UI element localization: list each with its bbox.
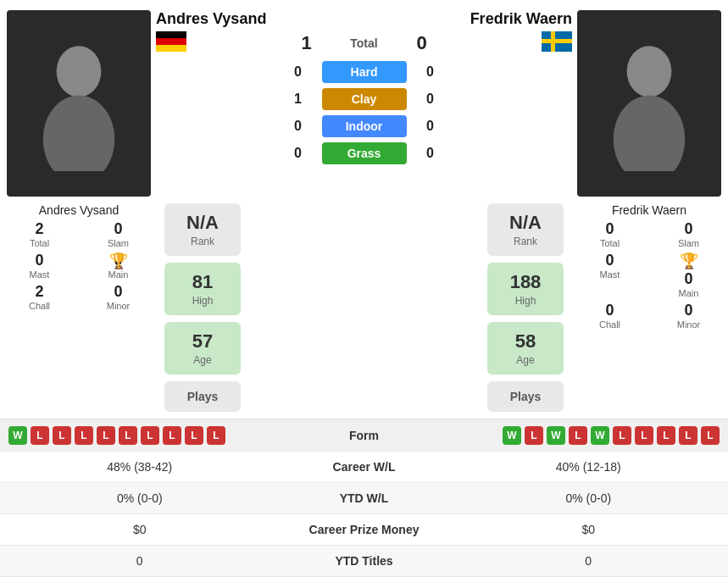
form-badge-l: L (657, 426, 675, 445)
form-badge-w: W (8, 426, 27, 445)
form-badge-l: L (613, 426, 631, 445)
left-mast-val: 0 (35, 252, 43, 269)
right-slam-val: 0 (684, 220, 692, 238)
form-badge-l: L (53, 426, 71, 445)
left-career-wl: 48% (38-42) (0, 460, 280, 474)
right-high-val: 188 (501, 271, 550, 293)
left-rank-box: N/A Rank (164, 203, 241, 256)
indoor-left-score: 0 (281, 119, 315, 134)
svg-rect-2 (156, 31, 186, 38)
right-career-wl: 40% (12-18) (449, 460, 729, 474)
hard-btn: Hard (322, 61, 407, 83)
indoor-row: 0 Indoor 0 (156, 115, 572, 137)
right-rank-box: N/A Rank (487, 203, 564, 256)
right-chall-cell: 0 Chall (577, 302, 642, 330)
left-chall-cell: 2 Chall (7, 283, 72, 311)
career-wl-label: Career W/L (280, 460, 449, 474)
right-minor-cell: 0 Minor (656, 302, 721, 330)
left-trophy-cell: 🏆 0 Main (86, 252, 151, 280)
left-slam-label: Slam (108, 238, 129, 248)
form-badge-l: L (31, 426, 49, 445)
prize-row: $0 Career Prize Money $0 (0, 514, 728, 546)
right-chall-label: Chall (599, 319, 620, 330)
clay-right-score: 0 (414, 92, 447, 107)
left-form: WLLLLLLLLL (8, 426, 309, 445)
left-age-box: 57 Age (164, 322, 241, 374)
clay-left-score: 1 (281, 92, 315, 107)
right-plays-box: Plays (487, 381, 564, 412)
right-age-val: 58 (501, 330, 550, 352)
left-high-label: High (178, 295, 227, 307)
right-high-label: High (501, 295, 550, 307)
svg-point-1 (43, 96, 115, 171)
right-total-val: 0 (605, 220, 614, 238)
right-main-val: 0 (684, 270, 692, 288)
right-player-name-small: Fredrik Waern (612, 203, 686, 217)
left-high-box: 81 High (164, 263, 241, 315)
form-badge-l: L (207, 426, 225, 445)
right-slam-cell: 0 Slam (656, 220, 721, 248)
right-total-label: Total (600, 238, 620, 248)
right-rank-val: N/A (501, 212, 550, 234)
left-plays-box: Plays (164, 381, 241, 412)
right-ytd-titles: 0 (449, 554, 729, 568)
left-minor-cell: 0 Minor (86, 283, 151, 311)
svg-rect-3 (156, 38, 186, 45)
left-total-label: Total (30, 238, 49, 248)
right-total-score: 0 (405, 32, 439, 54)
form-badge-l: L (525, 426, 543, 445)
left-age-val: 57 (178, 330, 227, 352)
grass-left-score: 0 (281, 146, 315, 161)
form-badge-w: W (547, 426, 565, 445)
svg-rect-7 (542, 39, 572, 43)
form-label: Form (309, 429, 420, 442)
grass-btn: Grass (322, 142, 407, 164)
right-main-label: Main (679, 288, 699, 298)
form-badge-l: L (141, 426, 159, 445)
right-mast-label: Mast (600, 269, 620, 280)
svg-point-0 (57, 46, 102, 97)
right-age-box: 58 Age (487, 322, 564, 374)
right-slam-label: Slam (678, 238, 699, 248)
form-badge-l: L (185, 426, 203, 445)
left-prize: $0 (0, 523, 280, 536)
left-rank-label: Rank (178, 236, 227, 247)
right-trophy-cell: 🏆 0 Main (656, 252, 721, 298)
left-trophy-icon: 🏆 (109, 252, 128, 270)
form-badge-l: L (635, 426, 653, 445)
hard-right-score: 0 (414, 64, 447, 80)
left-slam-val: 0 (114, 220, 122, 238)
left-ytd-titles: 0 (0, 554, 280, 568)
left-age-label: Age (178, 354, 227, 366)
left-mast-label: Mast (30, 269, 50, 280)
indoor-right-score: 0 (414, 119, 447, 134)
grass-right-score: 0 (414, 146, 447, 161)
main-container: Andres Vysand Fredrik Waern 1 Total (0, 0, 728, 577)
form-badge-w: W (591, 426, 609, 445)
left-total-val: 2 (35, 220, 43, 238)
left-ytd-wl: 0% (0-0) (0, 491, 280, 505)
right-player-name: Fredrik Waern (470, 10, 572, 28)
right-minor-val: 0 (684, 302, 692, 319)
clay-row: 1 Clay 0 (156, 88, 572, 110)
right-chall-val: 0 (605, 302, 614, 319)
right-prize: $0 (449, 523, 729, 536)
ytd-titles-label: YTD Titles (280, 554, 449, 568)
right-rank-label: Rank (501, 236, 550, 247)
left-player-name-small: Andres Vysand (39, 203, 119, 217)
left-minor-val: 0 (114, 283, 122, 301)
hard-left-score: 0 (281, 64, 315, 80)
ytd-wl-row: 0% (0-0) YTD W/L 0% (0-0) (0, 483, 728, 514)
prize-label: Career Prize Money (280, 523, 449, 536)
grass-row: 0 Grass 0 (156, 142, 572, 164)
left-rank-val: N/A (178, 212, 227, 234)
left-high-val: 81 (178, 271, 227, 293)
right-form: WLWLWLLLLL (420, 426, 720, 445)
form-badge-l: L (75, 426, 93, 445)
clay-btn: Clay (322, 88, 407, 110)
right-flag (542, 31, 572, 54)
left-total-score: 1 (290, 32, 324, 54)
hard-row: 0 Hard 0 (156, 61, 572, 83)
left-chall-val: 2 (35, 283, 43, 301)
svg-point-9 (614, 96, 686, 171)
